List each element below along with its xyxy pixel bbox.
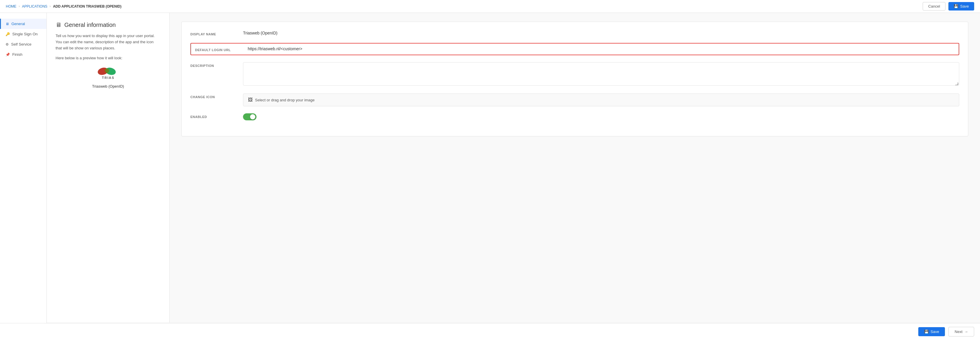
display-name-row: DISPLAY NAME Triasweb (OpenID) — [190, 31, 959, 36]
section-description: Tell us how you want to display this app… — [56, 33, 161, 51]
breadcrumb-current: ADD APPLICATION TRIASWEB (OPENID) — [53, 5, 121, 8]
icon-upload-area[interactable]: 🖼 Select or drag and drop your image — [243, 93, 959, 106]
description-field-wrapper — [243, 62, 959, 87]
right-section: DISPLAY NAME Triasweb (OpenID) DEFAULT L… — [170, 13, 980, 323]
form-card: DISPLAY NAME Triasweb (OpenID) DEFAULT L… — [181, 22, 968, 136]
toggle-container — [243, 113, 959, 120]
sidebar-label-finish: Finish — [12, 52, 22, 57]
left-section: 🖥 General information Tell us how you wa… — [47, 13, 170, 323]
icon-upload-text: Select or drag and drop your image — [255, 98, 315, 102]
sidebar-label-sso: Single Sign On — [12, 32, 38, 36]
next-button[interactable]: Next → — [948, 327, 974, 337]
save-bottom-label: Save — [931, 329, 939, 334]
svg-point-2 — [104, 68, 109, 73]
section-title: 🖥 General information — [56, 22, 161, 28]
section-title-text: General information — [64, 22, 116, 28]
breadcrumb-sep1: › — [19, 5, 20, 8]
top-bar-actions: Cancel 💾 Save — [923, 2, 974, 11]
login-url-row: DEFAULT LOGIN URL — [190, 43, 959, 55]
save-top-label: Save — [960, 4, 969, 8]
sidebar-item-general[interactable]: 🖥 General — [0, 19, 46, 29]
breadcrumb-applications[interactable]: APPLICATIONS — [22, 5, 47, 8]
description-row: DESCRIPTION — [190, 62, 959, 87]
toggle-thumb — [250, 114, 255, 119]
save-icon: 💾 — [954, 4, 958, 8]
breadcrumb: HOME › APPLICATIONS › ADD APPLICATION TR… — [6, 5, 121, 8]
display-name-label: DISPLAY NAME — [190, 31, 243, 36]
key-icon: 🔑 — [6, 32, 10, 36]
image-icon: 🖼 — [248, 97, 253, 103]
enabled-toggle-wrapper — [243, 113, 959, 120]
enabled-label: ENABLED — [190, 113, 243, 119]
preview-label: Here below is a preview how it will look… — [56, 56, 161, 60]
svg-text:TRIAS: TRIAS — [102, 76, 115, 79]
breadcrumb-sep2: › — [50, 5, 51, 8]
change-icon-label: CHANGE ICON — [190, 93, 243, 99]
enabled-row: ENABLED — [190, 113, 959, 120]
save-bottom-icon: 💾 — [924, 329, 929, 334]
description-textarea[interactable] — [243, 62, 959, 85]
sidebar-item-selfservice[interactable]: ⚙ Self Service — [0, 39, 46, 49]
description-label: DESCRIPTION — [190, 62, 243, 68]
change-icon-row: CHANGE ICON 🖼 Select or drag and drop yo… — [190, 93, 959, 106]
display-name-value: Triasweb (OpenID) — [243, 31, 959, 35]
app-preview: TRIAS Triasweb (OpenID) — [56, 65, 161, 89]
login-url-label: DEFAULT LOGIN URL — [195, 46, 248, 52]
top-bar: HOME › APPLICATIONS › ADD APPLICATION TR… — [0, 0, 980, 13]
main-layout: 🖥 General 🔑 Single Sign On ⚙ Self Servic… — [0, 13, 980, 340]
enabled-toggle[interactable] — [243, 113, 256, 120]
flag-icon: 📌 — [6, 52, 10, 57]
content-area: 🖥 General information Tell us how you wa… — [47, 13, 980, 340]
sidebar-item-sso[interactable]: 🔑 Single Sign On — [0, 29, 46, 39]
next-arrow-icon: → — [964, 329, 968, 334]
app-logo: TRIAS — [97, 65, 120, 82]
breadcrumb-home[interactable]: HOME — [6, 5, 16, 8]
login-url-input[interactable] — [248, 46, 955, 51]
sidebar: 🖥 General 🔑 Single Sign On ⚙ Self Servic… — [0, 13, 47, 340]
sidebar-item-finish[interactable]: 📌 Finish — [0, 49, 46, 60]
sidebar-label-selfservice: Self Service — [11, 42, 31, 46]
save-top-button[interactable]: 💾 Save — [948, 2, 974, 11]
next-label: Next — [955, 329, 963, 334]
save-bottom-button[interactable]: 💾 Save — [918, 327, 945, 336]
bottom-bar: 💾 Save Next → — [0, 323, 980, 340]
cancel-button[interactable]: Cancel — [923, 2, 945, 11]
change-icon-field: 🖼 Select or drag and drop your image — [243, 93, 959, 106]
monitor-icon: 🖥 — [6, 22, 9, 26]
content-inner: 🖥 General information Tell us how you wa… — [47, 13, 980, 323]
gear-icon: ⚙ — [6, 42, 9, 46]
app-preview-name: Triasweb (OpenID) — [92, 84, 124, 89]
login-url-value — [248, 46, 955, 51]
sidebar-label-general: General — [11, 22, 25, 26]
monitor-section-icon: 🖥 — [56, 22, 61, 28]
